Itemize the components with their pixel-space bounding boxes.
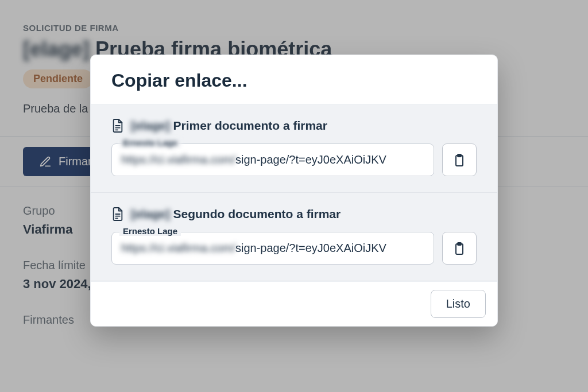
url-host-redacted: https://ci.viafirma.com/ [121,153,235,166]
doc-title: [elage] Primer documento a firmar [131,119,327,133]
doc-title-redacted: [elage] [131,207,170,220]
link-field: Ernesto Lage https://ci.viafirma.com/sig… [111,232,434,265]
doc-section: [elage] Primer documento a firmar Ernest… [91,104,497,193]
doc-section: [elage] Segundo documento a firmar Ernes… [91,193,497,281]
link-row: Ernesto Lage https://ci.viafirma.com/sig… [111,143,477,176]
url-rest: sign-page/?t=eyJ0eXAiOiJKV [235,242,386,254]
clipboard-icon [452,153,466,168]
modal-footer: Listo [91,281,497,326]
doc-title-redacted: [elage] [131,119,170,132]
link-row: Ernesto Lage https://ci.viafirma.com/sig… [111,232,477,265]
copy-link-modal: Copiar enlace... [elage] [90,55,498,327]
doc-title-text: Primer documento a firmar [173,119,327,132]
signer-name-label: Ernesto Lage [119,138,181,148]
link-url-input[interactable]: https://ci.viafirma.com/sign-page/?t=eyJ… [111,232,434,265]
copy-button[interactable] [442,143,477,176]
link-url-input[interactable]: https://ci.viafirma.com/sign-page/?t=eyJ… [111,143,434,176]
done-button[interactable]: Listo [431,290,486,318]
document-icon [111,207,124,222]
signer-name-label: Ernesto Lage [119,226,181,236]
document-icon [111,118,124,133]
doc-title-text: Segundo documento a firmar [173,207,341,220]
modal-title: Copiar enlace... [91,55,497,104]
url-host-redacted: https://ci.viafirma.com/ [121,242,235,254]
link-field: Ernesto Lage https://ci.viafirma.com/sig… [111,143,434,176]
modal-overlay[interactable]: Copiar enlace... [elage] [0,0,588,392]
copy-button[interactable] [442,232,477,265]
doc-title-row: [elage] Segundo documento a firmar [111,207,477,222]
modal-body: [elage] Primer documento a firmar Ernest… [91,104,497,281]
url-rest: sign-page/?t=eyJ0eXAiOiJKV [235,153,386,166]
doc-title-row: [elage] Primer documento a firmar [111,118,477,133]
doc-title: [elage] Segundo documento a firmar [131,207,341,221]
clipboard-icon [452,241,466,256]
